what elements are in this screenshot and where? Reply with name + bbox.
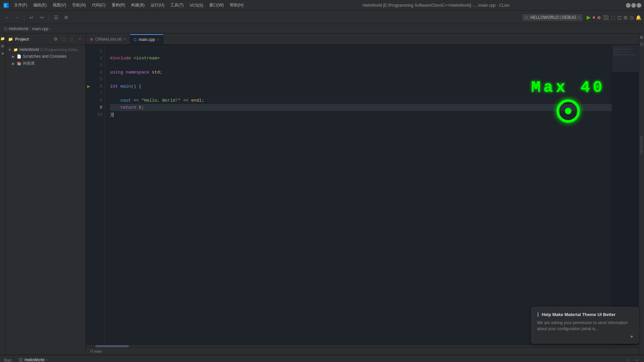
project-panel-header: 📁 Project ⚙ ⬚ ⋮ − (5, 34, 86, 45)
tree-item-external[interactable]: ▶ 📚 外部库 (5, 60, 86, 67)
tree-item-helloworld[interactable]: ▼ 📁 HelloWorld E:\Programming Softw... (5, 46, 86, 53)
tree-path-helloworld: E:\Programming Softw... (40, 48, 80, 52)
menu-view[interactable]: 视图(V) (50, 1, 69, 9)
run-tab-helloworld[interactable]: ⬛ HelloWorld × (15, 356, 51, 362)
line-num-9: 9 (91, 104, 102, 111)
gutter-line-7 (86, 90, 91, 97)
svg-text:C: C (4, 4, 7, 7)
editor-scrollbar[interactable] (86, 345, 639, 347)
line-num-3: 3 (91, 62, 102, 69)
gutter-line-3 (86, 62, 91, 69)
maximize-button[interactable]: □ (631, 3, 636, 8)
line-numbers: 1 2 3 4 5 6 7 8 9 10 (91, 45, 105, 345)
notification-expand-button[interactable]: ▾ (631, 334, 633, 339)
run-config[interactable]: ⚠ HELLOWORLD | DEBUG ▾ (522, 14, 582, 21)
stop-button[interactable]: ■ (593, 15, 595, 20)
activity-structure[interactable]: ⊞ (0, 44, 5, 48)
tab-cmake[interactable]: ⚙ CMakeLists.txt × (86, 34, 130, 44)
forward-button[interactable]: → (13, 13, 21, 22)
right-sidebar-icon-1[interactable]: ⊞ (639, 35, 644, 40)
line-num-2: 2 (91, 55, 102, 62)
minimize-button[interactable]: − (626, 3, 631, 8)
code-line-5 (110, 76, 612, 83)
code-content[interactable]: #include <iostream> using namespace std … (105, 45, 612, 345)
undo-button[interactable]: ↩ (27, 13, 36, 22)
project-options-icon[interactable]: ⋮ (69, 36, 75, 42)
tab-main-cpp[interactable]: C main.cpp × (130, 34, 164, 44)
project-panel: 📁 Project ⚙ ⬚ ⋮ − ▼ 📁 HelloWorld E:\Prog… (5, 34, 86, 355)
window-controls: − □ × (626, 3, 641, 8)
menu-bar: 文件(F) 编辑(E) 视图(V) 导航(N) 代码(C) 重构(R) 构建(B… (11, 1, 246, 9)
gutter-line-4 (86, 69, 91, 76)
code-line-2: #include <iostream> (110, 55, 612, 62)
project-expand-icon[interactable]: ⬚ (61, 36, 67, 42)
toolbar-separator (24, 14, 24, 21)
menu-build[interactable]: 构建(B) (128, 1, 147, 9)
editor-gutter: ▶ (86, 45, 91, 345)
menu-run[interactable]: 运行(U) (148, 1, 167, 9)
project-hide-icon[interactable]: − (77, 36, 83, 42)
menu-tools[interactable]: 工具(T) (168, 1, 186, 9)
cmake-button[interactable]: ◫ (617, 15, 622, 20)
menu-window[interactable]: 窗口(W) (207, 1, 226, 9)
gutter-line-8 (86, 97, 91, 104)
close-button[interactable]: × (637, 3, 641, 8)
git-button[interactable]: ◷ (630, 15, 634, 20)
run-panel-options[interactable]: ⋮ (625, 357, 631, 362)
run-panel: Run: ⬛ HelloWorld × ⋮ − ▶ ■ ↓ ⊟ ↩ ⬛ ⚙ 📌 … (0, 355, 644, 362)
menu-help[interactable]: 帮助(H) (227, 1, 246, 9)
activity-project[interactable]: 📁 (0, 36, 5, 41)
minimap-line-4 (613, 52, 630, 53)
minimap-line-1 (613, 48, 628, 49)
breadcrumb-bar: ◫ HelloWorld / main.cpp › (0, 24, 644, 34)
terminal-button[interactable]: ⊞ (624, 15, 628, 20)
redo-button[interactable]: ↪ (37, 13, 46, 22)
code-cout: cout (120, 97, 131, 104)
gutter-line-5 (86, 76, 91, 83)
menu-code[interactable]: 代码(C) (89, 1, 108, 9)
code-return: return (120, 104, 136, 111)
run-button[interactable]: ▶ (587, 14, 591, 20)
window-title: HelloWorld [E:\Programming Software\Clio… (246, 3, 626, 8)
right-sidebar-icon-2[interactable]: ◫ (639, 42, 644, 46)
app-icon: C (3, 2, 9, 9)
code-using: using (110, 69, 123, 76)
code-line-3 (110, 62, 612, 69)
hamburger-icon[interactable]: ☰ (52, 13, 60, 22)
title-bar: C 文件(F) 编辑(E) 视图(V) 导航(N) 代码(C) 重构(R) 构建… (0, 0, 644, 11)
tab-cpp-close[interactable]: × (157, 38, 159, 42)
code-line-9: return 0 ; (110, 104, 612, 111)
menu-edit[interactable]: 编辑(E) (31, 1, 49, 9)
menu-refactor[interactable]: 重构(R) (109, 1, 128, 9)
code-editor[interactable]: Max 40 ▶ 1 2 (86, 45, 639, 345)
valgrind-button[interactable]: ⬚ (611, 15, 615, 20)
tree-label-external: 外部库 (23, 61, 35, 66)
cpp-tab-icon: C (134, 38, 137, 42)
menu-nav[interactable]: 导航(N) (69, 1, 89, 9)
run-config-name: HELLOWORLD | DEBUG (530, 15, 576, 20)
notification-button[interactable]: 🔔 (636, 15, 641, 20)
gutter-line-6[interactable]: ▶ (86, 83, 91, 90)
coverage-button[interactable]: ⊕ (597, 15, 601, 20)
tab-cmake-close[interactable]: × (124, 38, 126, 41)
project-panel-title: Project (15, 37, 51, 42)
breadcrumb-file[interactable]: main.cpp (32, 27, 49, 31)
menu-vcs[interactable]: VCS(S) (187, 2, 206, 9)
run-tab-icon: ⬛ (18, 358, 23, 362)
breadcrumb-project[interactable]: HelloWorld (9, 27, 28, 31)
code-line-1 (110, 48, 612, 55)
tree-item-scratches[interactable]: ▶ 📄 Scratches and Consoles (5, 53, 86, 60)
run-panel-minimize[interactable]: − (634, 357, 640, 362)
line-num-5: 5 (91, 76, 102, 83)
run-tab-close[interactable]: × (46, 358, 48, 362)
code-line-8: cout << "Hello, World!" << endl ; (110, 97, 612, 104)
menu-file[interactable]: 文件(F) (11, 1, 30, 9)
project-gear-icon[interactable]: ⚙ (53, 36, 59, 42)
back-button[interactable]: ← (3, 13, 11, 22)
tab-cpp-label: main.cpp (139, 37, 155, 42)
tree-arrow-scratches: ▶ (12, 55, 15, 58)
activity-bookmarks[interactable]: ★ (0, 51, 5, 56)
settings-icon[interactable]: ⚙ (62, 13, 70, 22)
code-include-keyword: #include (110, 55, 131, 62)
profile-button[interactable]: ⬛ (603, 15, 609, 20)
